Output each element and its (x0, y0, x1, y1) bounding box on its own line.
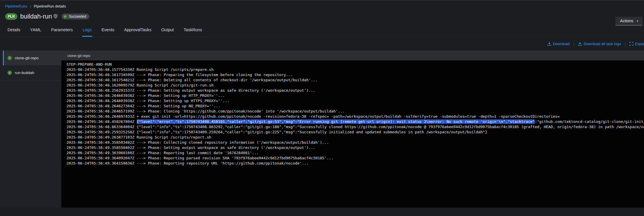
log-text: ---> Phase: Cloning 'https://github.com/… (137, 109, 345, 113)
log-timestamp: 2025-06-24T05:36:49.363960100Z (66, 151, 137, 155)
log-timestamp: 2025-06-24T05:36:49.263877103Z (66, 135, 137, 139)
log-timestamp: 2025-06-24T05:36:48.162009579Z (66, 83, 137, 87)
log-timestamp: 2025-06-24T05:36:48.863364004Z (66, 125, 137, 129)
actions-dropdown-button[interactable]: Actions ▾ (615, 17, 642, 25)
log-text: ---> Phase: Setting output workspace as … (137, 145, 315, 150)
log-line: 2025-06-24T05:36:48.458267804Z {"level":… (66, 119, 644, 124)
page-header: PipelineRuns › PipelineRun details PLR b… (0, 0, 644, 20)
log-line: 2025-06-24T05:36:48.161734599Z ---> Phas… (66, 72, 644, 77)
log-line: 2025-06-24T05:36:48.264627304Z ---> Phas… (66, 104, 644, 109)
log-text: ---> Phase: Collecting cloned repository… (137, 140, 329, 145)
log-timestamp: 2025-06-24T05:36:48.264603938Z (66, 93, 137, 98)
task-item-label: clone-git-repo (15, 56, 39, 60)
log-timestamp: 2025-06-24T05:36:48.157754330Z (66, 67, 137, 72)
title-row: PLR buildah-run ✓ Succeeded (5, 13, 644, 20)
log-timestamp: 2025-06-24T05:36:49.364092047Z (66, 156, 137, 160)
log-timestamp: 2025-06-24T05:36:48.458267804Z (66, 119, 137, 124)
log-line: 2025-06-24T05:36:49.364150636Z ---> Phas… (66, 161, 644, 166)
log-output[interactable]: STEP-PREPARE-AND-RUN2025-06-24T05:36:48.… (61, 60, 644, 208)
download-log-label: Download (553, 42, 570, 46)
log-text: Running Script /scripts/git-run.sh (137, 83, 214, 87)
check-circle-icon: ✓ (63, 15, 67, 19)
log-line: 2025-06-24T05:36:48.264603938Z ---> Phas… (66, 98, 644, 104)
tab-bar: Details YAML Parameters Logs Events Appr… (0, 25, 644, 37)
log-timestamp: 2025-06-24T05:36:48.256291537Z (66, 88, 137, 93)
task-list: ✓ clone-git-repo ✓ run-buildah (0, 51, 61, 208)
log-line: 2025-06-24T05:36:49.364092047Z ---> Phas… (66, 156, 644, 161)
log-text: {"level":"info","ts":1750743409.259264,"… (137, 130, 487, 134)
resource-kind-badge: PLR (5, 13, 17, 20)
tab-details[interactable]: Details (7, 25, 21, 37)
expand-log-link[interactable]: Expand (630, 42, 644, 46)
log-text: ---> Phase: Reporting parsed revision SH… (137, 156, 334, 160)
download-icon (578, 42, 582, 46)
task-item-clone-git-repo[interactable]: ✓ clone-git-repo (3, 51, 61, 65)
log-line: 2025-06-24T05:36:48.264603938Z ---> Phas… (66, 93, 644, 98)
log-text: ---> Phase: Reporting last commit date '… (137, 151, 259, 155)
log-timestamp: 2025-06-24T05:36:49.358550402Z (66, 145, 137, 150)
log-timestamp: 2025-06-24T05:36:48.264603938Z (66, 99, 137, 103)
log-timestamp: 2025-06-24T05:36:49.259325258Z (66, 130, 137, 134)
log-line: 2025-06-24T05:36:48.157754330Z Running S… (66, 67, 644, 72)
log-text: STEP-PREPARE-AND-RUN (66, 62, 112, 67)
log-line: 2025-06-24T05:36:49.363960100Z ---> Phas… (66, 150, 644, 156)
download-log-link[interactable]: Download (547, 42, 570, 46)
tab-output[interactable]: Output (161, 25, 175, 37)
log-pane: clone-git-repo STEP-PREPARE-AND-RUN2025-… (61, 51, 644, 208)
log-text: ---> Phase: Setting output workspace as … (137, 88, 315, 93)
log-text: ---> Phase: Reporting repository URL 'ht… (137, 161, 309, 165)
log-timestamp: 2025-06-24T05:36:48.264697433Z (66, 114, 137, 119)
tab-parameters[interactable]: Parameters (51, 25, 73, 37)
shield-icon (53, 14, 58, 20)
check-circle-icon: ✓ (8, 71, 12, 75)
log-timestamp: 2025-06-24T05:36:48.161734599Z (66, 73, 137, 77)
log-text: Running Script /scripts/report.sh (137, 135, 211, 139)
log-line: 2025-06-24T05:36:48.162009579Z Running S… (66, 83, 644, 88)
log-text: ---> Phase: Preparing the filesystem bef… (137, 73, 293, 77)
status-badge: ✓ Succeeded (62, 14, 89, 19)
tab-taskruns[interactable]: TaskRuns (183, 25, 203, 37)
log-text: ---> Phase: Setting up HTTP_PROXY=''... (137, 93, 225, 98)
expand-icon (630, 42, 633, 46)
log-line: 2025-06-24T05:36:48.264657199Z ---> Phas… (66, 109, 644, 114)
tab-events[interactable]: Events (101, 25, 115, 37)
log-line: 2025-06-24T05:36:49.358503482Z ---> Phas… (66, 140, 644, 145)
log-line: 2025-06-24T05:36:48.256291537Z ---> Phas… (66, 88, 644, 93)
task-item-run-buildah[interactable]: ✓ run-buildah (3, 65, 61, 80)
log-text: ---> Phase: Settting up HTTPS_PROXY=''..… (137, 99, 230, 103)
log-text: :"github.com/tektoncd-catalog/git-clone/… (535, 119, 644, 124)
log-line: 2025-06-24T05:36:48.264697433Z + exec gi… (66, 114, 644, 119)
chevron-right-icon: › (30, 4, 31, 8)
log-text: ---> Phase: Setting up NO_PROXY=''... (137, 104, 221, 108)
tab-logs[interactable]: Logs (82, 25, 92, 37)
log-line: 2025-06-24T05:36:48.161754821Z ---> Phas… (66, 77, 644, 83)
status-badge-label: Succeeded (69, 14, 86, 19)
log-pane-task-name: clone-git-repo (67, 53, 90, 58)
log-timestamp: 2025-06-24T05:36:49.358503482Z (66, 140, 137, 145)
download-all-task-logs-link[interactable]: Download all task logs (578, 42, 621, 46)
log-line: STEP-PREPARE-AND-RUN (66, 62, 644, 67)
log-timestamp: 2025-06-24T05:36:48.161754821Z (66, 78, 137, 82)
tab-yaml[interactable]: YAML (29, 25, 42, 37)
log-selected-text: {"level":"error","ts":1750743408.458181,… (137, 119, 535, 124)
page-title: buildah-run (20, 13, 52, 20)
caret-down-icon: ▾ (637, 19, 638, 23)
breadcrumb: PipelineRuns › PipelineRun details (5, 4, 644, 8)
log-pane-header: clone-git-repo (61, 51, 644, 60)
toolbar-separator: | (625, 42, 626, 46)
log-toolbar: Download | Download all task logs | Expa… (0, 37, 644, 51)
breadcrumb-current: PipelineRun details (34, 4, 66, 8)
task-item-label: run-buildah (15, 71, 34, 75)
log-timestamp: 2025-06-24T05:36:48.264657199Z (66, 109, 137, 113)
breadcrumb-link-pipelineruns[interactable]: PipelineRuns (5, 4, 27, 8)
log-line: 2025-06-24T05:36:48.863364004Z {"level":… (66, 124, 644, 130)
log-text: {"level":"info","ts":1750743408.863292,"… (137, 125, 644, 129)
log-line: 2025-06-24T05:36:49.263877103Z Running S… (66, 135, 644, 140)
expand-log-label: Expand (635, 42, 644, 46)
log-timestamp: 2025-06-24T05:36:48.264627304Z (66, 104, 137, 108)
log-timestamp: 2025-06-24T05:36:49.364150636Z (66, 161, 137, 165)
download-all-task-logs-label: Download all task logs (584, 42, 621, 46)
tab-approvaltasks[interactable]: ApprovalTasks (124, 25, 152, 37)
toolbar-separator: | (573, 42, 574, 46)
download-icon (547, 42, 551, 46)
